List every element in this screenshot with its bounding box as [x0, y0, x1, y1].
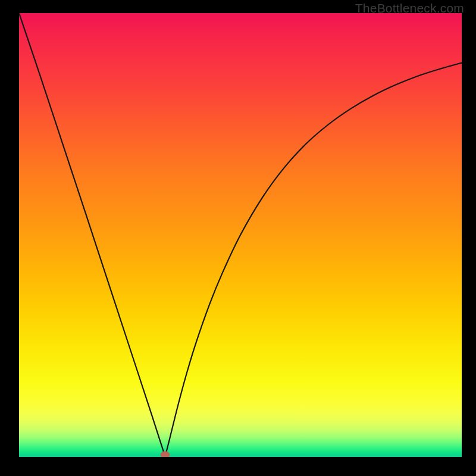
chart-svg	[19, 13, 462, 457]
bottleneck-curve	[19, 13, 462, 456]
plot-area	[19, 13, 462, 457]
chart-frame: TheBottleneck.com	[0, 0, 476, 476]
minimum-marker	[161, 452, 170, 457]
